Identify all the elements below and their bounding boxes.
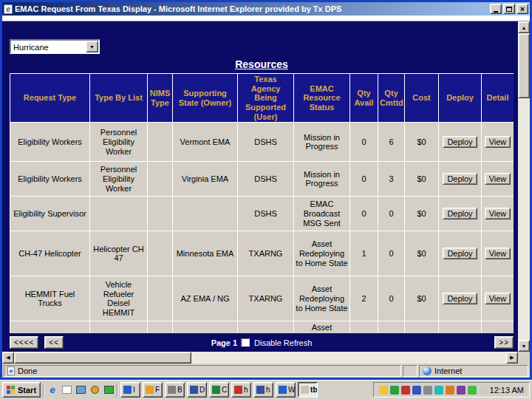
browser-viewport: Hurricane ▼ Resources Request Type Type … — [2, 21, 530, 352]
maximize-icon — [506, 7, 512, 12]
resources-table-wrap: Request Type Type By List NIMS Type Supp… — [10, 73, 514, 333]
view-button[interactable]: View — [485, 293, 511, 304]
scroll-left-icon[interactable]: ◀ — [2, 352, 14, 364]
tray-icon[interactable] — [446, 386, 454, 395]
deploy-button[interactable]: Deploy — [443, 248, 477, 259]
cell-qty-avail: 1 — [350, 231, 378, 276]
taskbar: Start e I F B D C h h W tb 12:13 AM — [0, 380, 532, 399]
scrollbar-corner — [518, 352, 530, 364]
cell-qty-cmttd: 6 — [378, 123, 405, 162]
start-button[interactable]: Start — [2, 382, 41, 398]
cell-detail — [482, 321, 514, 333]
table-row: Eligibility Supervisor DSHS EMAC Broadca… — [10, 197, 514, 231]
scroll-up-icon[interactable]: ▲ — [518, 21, 530, 33]
cell-type-by-list: Personnel Eligibility Worker — [90, 162, 148, 197]
cell-cost: $0 — [405, 162, 439, 197]
previous-page-button[interactable]: << — [44, 336, 64, 349]
cell-supporting-state: AZ EMA / NG — [173, 276, 238, 321]
minimize-icon — [494, 11, 498, 13]
horizontal-scroll-thumb[interactable] — [14, 352, 191, 364]
column-header-type-by-list: Type By List — [90, 74, 148, 123]
taskbar-window-button[interactable]: B — [165, 382, 185, 398]
taskbar-window-button[interactable]: F — [143, 382, 163, 398]
horizontal-scroll-track[interactable] — [14, 352, 506, 364]
taskbar-window-button-active[interactable]: tb — [298, 382, 318, 398]
table-row: Eligibility Workers Personnel Eligibilit… — [10, 162, 514, 197]
mail-quicklaunch-icon[interactable] — [61, 384, 72, 396]
close-button[interactable]: × — [516, 4, 528, 14]
cell-request-type: Eligibility Supervisor — [10, 197, 90, 231]
view-button[interactable]: View — [485, 173, 511, 185]
taskbar-window-button[interactable]: C — [209, 382, 229, 398]
cell-nims-type — [148, 162, 173, 197]
vertical-scrollbar[interactable]: ▲ ▼ — [518, 21, 530, 352]
minimize-button[interactable] — [490, 4, 502, 14]
status-spacer-panel — [403, 365, 417, 377]
tray-icon[interactable] — [390, 386, 399, 395]
tray-icon[interactable] — [412, 386, 421, 395]
table-row: HEMMIT Fuel Trucks Vehicle Refueler Deis… — [10, 276, 514, 321]
taskbar-divider — [43, 383, 44, 397]
scroll-right-icon[interactable]: ▶ — [506, 352, 518, 364]
cell-cost — [405, 321, 439, 333]
taskbar-window-button[interactable]: W — [276, 382, 296, 398]
scroll-down-icon[interactable]: ▼ — [518, 340, 530, 352]
status-bar: e Done Internet — [2, 364, 530, 378]
cell-supporting-state: Virginia EMA — [173, 162, 238, 197]
status-message: Done — [18, 366, 37, 375]
window-icon — [301, 386, 309, 394]
internet-explorer-quicklaunch-icon[interactable]: e — [47, 384, 58, 396]
tray-icon[interactable] — [423, 386, 432, 395]
tray-icon[interactable] — [379, 386, 388, 395]
cell-deploy: Deploy — [439, 162, 482, 197]
tray-icon[interactable] — [468, 386, 477, 395]
cell-nims-type — [148, 197, 173, 231]
tray-icon[interactable] — [479, 386, 488, 395]
taskbar-divider — [117, 383, 118, 397]
deploy-button[interactable]: Deploy — [443, 208, 477, 219]
show-desktop-icon[interactable] — [75, 384, 86, 396]
next-page-button[interactable]: >> — [494, 336, 514, 349]
deploy-button[interactable]: Deploy — [443, 293, 477, 304]
chevron-down-icon[interactable]: ▼ — [86, 41, 98, 52]
header-row: Request Type Type By List NIMS Type Supp… — [10, 74, 514, 123]
cell-supporting-state — [173, 197, 238, 231]
event-filter-dropdown[interactable]: Hurricane ▼ — [10, 39, 100, 54]
taskbar-window-button[interactable]: D — [187, 382, 207, 398]
first-page-button[interactable]: <<<< — [10, 336, 38, 349]
vertical-scroll-track[interactable] — [518, 33, 530, 340]
cell-cost: $0 — [405, 231, 439, 276]
view-button[interactable]: View — [485, 248, 511, 259]
tray-icon[interactable] — [457, 386, 466, 395]
view-button[interactable]: View — [485, 136, 511, 148]
taskbar-window-button[interactable]: h — [253, 382, 273, 398]
cell-supporting-state — [173, 321, 238, 333]
taskbar-clock[interactable]: 12:13 AM — [490, 386, 524, 395]
page-content: Hurricane ▼ Resources Request Type Type … — [2, 21, 518, 352]
tray-icon[interactable] — [401, 386, 410, 395]
quick-launch-icon[interactable] — [103, 384, 115, 396]
browser-window: e EMAC Request From Texas Display - Micr… — [0, 0, 532, 380]
cell-type-by-list — [90, 197, 148, 231]
deploy-button[interactable]: Deploy — [443, 136, 477, 148]
cell-nims-type — [148, 276, 173, 321]
tray-icon[interactable] — [434, 386, 443, 395]
cell-qty-cmttd: 0 — [378, 197, 405, 231]
taskbar-window-button[interactable]: h — [231, 382, 251, 398]
system-tray: 12:13 AM — [373, 382, 530, 398]
cell-type-by-list: Vehicle Refueler Deisel HEMMIT — [90, 276, 148, 321]
cell-detail: View — [482, 197, 514, 231]
deploy-button[interactable]: Deploy — [443, 173, 477, 185]
vertical-scroll-thumb[interactable] — [518, 33, 530, 98]
cell-status: Mission in Progress — [294, 123, 350, 162]
disable-refresh-checkbox[interactable] — [242, 338, 250, 347]
cell-type-by-list — [90, 321, 148, 333]
column-header-deploy: Deploy — [439, 74, 482, 123]
view-button[interactable]: View — [485, 208, 511, 219]
window-icon — [146, 386, 154, 394]
media-player-quicklaunch-icon[interactable] — [89, 384, 100, 396]
taskbar-window-button[interactable]: I — [120, 382, 140, 398]
maximize-button[interactable] — [503, 4, 515, 14]
cell-deploy: Deploy — [439, 231, 482, 276]
cell-texas-agency: DSHS — [238, 123, 294, 162]
